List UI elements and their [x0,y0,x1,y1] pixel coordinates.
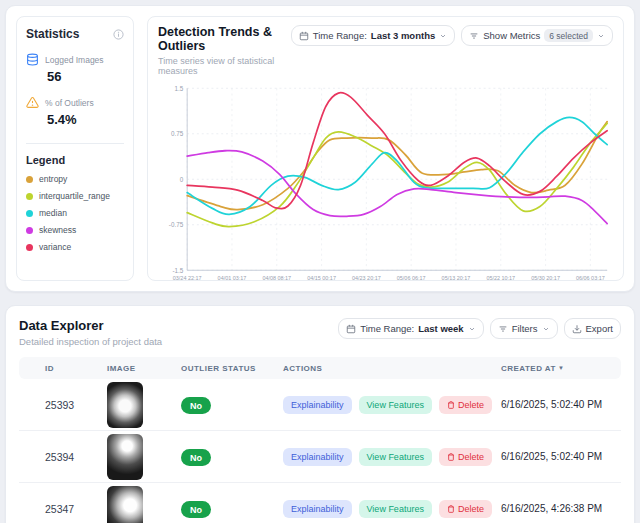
delete-button[interactable]: Delete [439,500,492,518]
status-badge: No [181,501,211,518]
filter-icon [469,31,479,41]
row-id: 25394 [45,451,107,463]
column-header-outlier-status[interactable]: OUTLIER STATUS [181,364,283,373]
explorer-subtitle: Detailed inspection of project data [19,336,162,347]
svg-text:0.75: 0.75 [171,130,184,137]
calendar-icon [346,324,356,334]
svg-text:05/06 06:17: 05/06 06:17 [397,274,426,280]
image-thumbnail[interactable] [107,486,143,523]
svg-text:-1.5: -1.5 [172,266,183,273]
explainability-button[interactable]: Explainability [283,448,352,466]
svg-text:06/06 03:17: 06/06 03:17 [576,274,605,280]
legend-item-interquartile-range: interquartile_range [26,191,124,201]
metric-label: % of Outliers [45,98,94,108]
download-icon [572,324,582,334]
legend-dot [26,227,33,234]
metric-value: 5.4% [47,112,124,127]
trend-chart: 03/24 22:1704/01 03:1704/08 08:1704/15 0… [158,80,613,293]
svg-text:04/08 08:17: 04/08 08:17 [262,274,291,280]
database-icon [26,53,39,66]
explorer-time-range-dropdown[interactable]: Time Range: Last week [338,318,483,339]
column-header-id[interactable]: ID [45,364,107,373]
delete-button[interactable]: Delete [439,448,492,466]
row-id: 25393 [45,399,107,411]
metric-value: 56 [47,69,124,84]
svg-text:05/22 10:17: 05/22 10:17 [486,274,515,280]
metric-label: Logged Images [45,55,104,65]
svg-text:04/01 03:17: 04/01 03:17 [218,274,247,280]
calendar-icon [299,31,309,41]
chart-title: Detection Trends & Outliers [158,25,291,53]
svg-text:04/15 00:17: 04/15 00:17 [307,274,336,280]
image-thumbnail[interactable] [107,434,143,480]
data-table: ID IMAGE OUTLIER STATUS ACTIONS CREATED … [19,357,621,523]
legend-title: Legend [26,154,124,166]
svg-text:05/13 20:17: 05/13 20:17 [442,274,471,280]
explainability-button[interactable]: Explainability [283,500,352,518]
legend-dot [26,210,33,217]
created-at: 6/16/2025, 4:26:38 PM [501,503,621,514]
filter-icon [498,324,508,334]
warning-triangle-icon [26,96,39,109]
logged-images-metric: Logged Images 56 [26,53,124,84]
explainability-button[interactable]: Explainability [283,396,352,414]
show-metrics-dropdown[interactable]: Show Metrics 6 selected [461,25,613,46]
created-at: 6/16/2025, 5:02:40 PM [501,451,621,462]
view-features-button[interactable]: View Features [359,396,432,414]
statistics-title: Statistics [26,27,79,41]
export-button[interactable]: Export [564,318,621,339]
svg-text:03/24 22:17: 03/24 22:17 [173,274,202,280]
legend-item-skewness: skewness [26,225,124,235]
status-badge: No [181,449,211,466]
sort-desc-icon: ▼ [558,365,564,371]
detection-trends-panel: Detection Trends & Outliers Time series … [147,16,624,281]
svg-text:05/30 20:17: 05/30 20:17 [531,274,560,280]
created-at: 6/16/2025, 5:02:40 PM [501,399,621,410]
chevron-down-icon [468,325,476,333]
legend-item-entropy: entropy [26,174,124,184]
legend-item-median: median [26,208,124,218]
chart-subtitle: Time series view of statistical measures [158,56,291,76]
outliers-metric: % of Outliers 5.4% [26,96,124,127]
legend-item-variance: variance [26,242,124,252]
view-features-button[interactable]: View Features [359,448,432,466]
delete-button[interactable]: Delete [439,396,492,414]
trash-icon [447,453,455,461]
chevron-down-icon [439,32,447,40]
column-header-created-at[interactable]: CREATED AT▼ [501,364,621,373]
statistics-panel: Statistics Logged Images 56 % of Outlier… [16,16,134,281]
column-header-image[interactable]: IMAGE [107,364,181,373]
column-header-actions[interactable]: ACTIONS [283,364,501,373]
explorer-title: Data Explorer [19,318,162,333]
svg-text:1.5: 1.5 [174,84,183,91]
selected-count-badge: 6 selected [544,29,593,42]
time-range-dropdown[interactable]: Time Range: Last 3 months [291,25,455,46]
chevron-down-icon [542,325,550,333]
table-header-row: ID IMAGE OUTLIER STATUS ACTIONS CREATED … [19,357,621,379]
row-id: 25347 [45,503,107,515]
status-badge: No [181,397,211,414]
data-explorer-panel: Data Explorer Detailed inspection of pro… [5,305,635,523]
info-icon[interactable] [113,29,124,40]
image-thumbnail[interactable] [107,382,143,428]
table-row: 25347 No Explainability View Features De… [19,483,621,523]
legend-dot [26,244,33,251]
view-features-button[interactable]: View Features [359,500,432,518]
trash-icon [447,401,455,409]
trash-icon [447,505,455,513]
legend-dot [26,193,33,200]
table-row: 25393 No Explainability View Features De… [19,379,621,431]
filters-dropdown[interactable]: Filters [490,318,558,339]
table-row: 25394 No Explainability View Features De… [19,431,621,483]
legend-dot [26,176,33,183]
svg-text:-0.75: -0.75 [169,221,184,228]
divider [26,143,124,144]
trends-section: Statistics Logged Images 56 % of Outlier… [5,5,635,292]
svg-text:0: 0 [180,175,184,182]
chevron-down-icon [597,32,605,40]
svg-text:04/23 20:17: 04/23 20:17 [352,274,381,280]
